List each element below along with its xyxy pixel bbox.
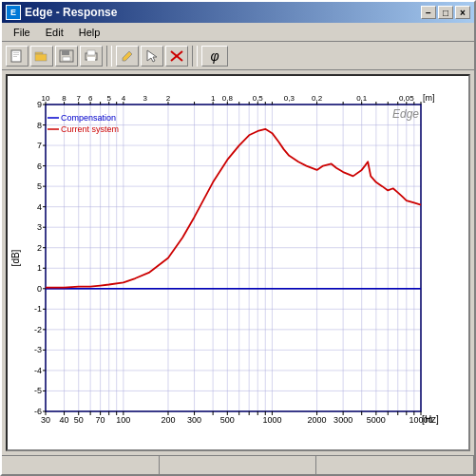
titlebar: E Edge - Response − □ × [2, 2, 474, 23]
menu-file[interactable]: File [6, 26, 38, 39]
maximize-button[interactable]: □ [438, 6, 453, 19]
delete-button[interactable] [165, 46, 188, 67]
svg-rect-1 [13, 52, 19, 53]
statusbar [2, 455, 474, 474]
toolbar-separator-1 [106, 46, 112, 67]
window-title: Edge - Response [25, 6, 117, 19]
svg-rect-8 [63, 57, 70, 61]
close-button[interactable]: × [455, 6, 470, 19]
print-button[interactable] [80, 46, 103, 67]
response-chart [8, 76, 468, 449]
app-icon: E [6, 5, 21, 20]
status-pane-3 [316, 456, 474, 474]
svg-rect-5 [35, 54, 47, 61]
main-window: E Edge - Response − □ × File Edit Help [0, 0, 476, 476]
minimize-button[interactable]: − [421, 6, 436, 19]
edit-button[interactable] [116, 46, 139, 67]
toolbar: φ [2, 42, 474, 70]
menubar: File Edit Help [2, 23, 474, 42]
menu-edit[interactable]: Edit [38, 26, 71, 39]
new-button[interactable] [6, 46, 29, 67]
svg-rect-10 [87, 50, 95, 55]
titlebar-buttons: − □ × [421, 6, 470, 19]
svg-rect-2 [13, 54, 19, 55]
svg-marker-12 [147, 50, 157, 62]
svg-rect-11 [87, 57, 95, 61]
open-button[interactable] [30, 46, 53, 67]
svg-rect-4 [35, 52, 43, 54]
svg-rect-3 [13, 56, 17, 57]
svg-rect-7 [62, 50, 69, 55]
phase-button[interactable]: φ [201, 46, 228, 67]
toolbar-separator-2 [192, 46, 198, 67]
cursor-button[interactable] [141, 46, 163, 67]
menu-help[interactable]: Help [71, 26, 108, 39]
status-pane-2 [160, 456, 317, 474]
status-pane-1 [2, 456, 160, 474]
save-button[interactable] [55, 46, 78, 67]
chart-container [6, 74, 470, 451]
titlebar-left: E Edge - Response [6, 5, 117, 20]
